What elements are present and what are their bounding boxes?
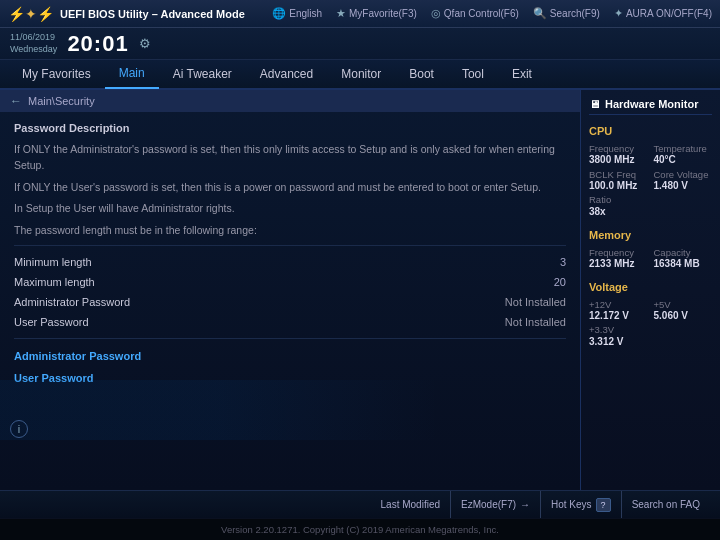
v12-cell: +12V 12.172 V: [589, 299, 648, 321]
search-btn[interactable]: 🔍 Search(F9): [533, 7, 600, 20]
cpu-grid: Frequency 3800 MHz Temperature 40°C BCLK…: [589, 143, 712, 191]
copyright-text: Version 2.20.1271. Copyright (C) 2019 Am…: [221, 524, 499, 535]
info-icon[interactable]: i: [10, 420, 28, 438]
settings-gear-icon[interactable]: ⚙: [139, 36, 151, 51]
v5-value: 5.060 V: [654, 310, 713, 321]
language-selector[interactable]: 🌐 English: [272, 7, 322, 20]
cpu-bclk-value: 100.0 MHz: [589, 180, 648, 191]
description-1: If ONLY the Administrator's password is …: [14, 142, 566, 174]
clock-display: 20:01: [67, 31, 128, 57]
language-label: English: [289, 8, 322, 19]
cpu-ratio-value: 38x: [589, 206, 712, 217]
back-arrow-icon[interactable]: ←: [10, 94, 22, 108]
nav-my-favorites[interactable]: My Favorites: [8, 59, 105, 89]
nav-tool[interactable]: Tool: [448, 59, 498, 89]
cpu-freq-label: Frequency: [589, 143, 648, 154]
aura-btn[interactable]: ✦ AURA ON/OFF(F4): [614, 7, 712, 20]
nav-monitor[interactable]: Monitor: [327, 59, 395, 89]
setting-min-length: Minimum length 3: [14, 252, 566, 272]
date-line2: Wednesday: [10, 44, 57, 56]
top-bar: ⚡✦⚡ UEFI BIOS Utility – Advanced Mode 🌐 …: [0, 0, 720, 28]
cpu-ratio-cell: Ratio 38x: [589, 194, 712, 217]
admin-password-label: Administrator Password: [14, 296, 130, 308]
admin-password-value: Not Installed: [505, 296, 566, 308]
nav-main[interactable]: Main: [105, 59, 159, 89]
language-icon: 🌐: [272, 7, 286, 20]
breadcrumb: Main\Security: [28, 95, 95, 107]
top-bar-icons: 🌐 English ★ MyFavorite(F3) ◎ Qfan Contro…: [272, 7, 712, 20]
breadcrumb-bar: ← Main\Security: [0, 90, 580, 112]
mem-freq-label: Frequency: [589, 247, 648, 258]
min-length-value: 3: [560, 256, 566, 268]
mem-cap-cell: Capacity 16384 MB: [654, 247, 713, 269]
last-modified-label: Last Modified: [381, 499, 440, 510]
qfan-control-btn[interactable]: ◎ Qfan Control(F6): [431, 7, 519, 20]
logo-icon: ⚡✦⚡: [8, 6, 54, 22]
description-4: The password length must be in the follo…: [14, 223, 566, 239]
cpu-ratio-label: Ratio: [589, 194, 712, 205]
divider-1: [14, 245, 566, 246]
setting-admin-password: Administrator Password Not Installed: [14, 292, 566, 312]
nav-ai-tweaker[interactable]: Ai Tweaker: [159, 59, 246, 89]
hotkeys-key-badge: ?: [596, 498, 611, 512]
bottom-bar: Last Modified EzMode(F7) → Hot Keys ? Se…: [0, 490, 720, 518]
cpu-bclk-label-cell: BCLK Freq 100.0 MHz: [589, 169, 648, 191]
nav-advanced[interactable]: Advanced: [246, 59, 327, 89]
cpu-voltage-value: 1.480 V: [654, 180, 713, 191]
divider-2: [14, 338, 566, 339]
hw-monitor-label: Hardware Monitor: [605, 98, 699, 110]
ezmode-label: EzMode(F7): [461, 499, 516, 510]
set-user-password-btn[interactable]: User Password: [14, 367, 566, 389]
mem-cap-value: 16384 MB: [654, 258, 713, 269]
v12-value: 12.172 V: [589, 310, 648, 321]
hotkeys-btn[interactable]: Hot Keys ?: [541, 491, 622, 518]
bios-title: UEFI BIOS Utility – Advanced Mode: [60, 8, 245, 20]
content-area: Password Description If ONLY the Adminis…: [0, 112, 580, 399]
main-content-area: ← Main\Security Password Description If …: [0, 90, 720, 490]
user-password-label: User Password: [14, 316, 89, 328]
cpu-temp-value: 40°C: [654, 154, 713, 165]
nav-boot[interactable]: Boot: [395, 59, 448, 89]
cpu-bclk-label: BCLK Freq: [589, 169, 648, 180]
hw-monitor-title: 🖥 Hardware Monitor: [589, 98, 712, 115]
favorites-icon: ★: [336, 7, 346, 20]
monitor-icon: 🖥: [589, 98, 600, 110]
footer-bar: Version 2.20.1271. Copyright (C) 2019 Am…: [0, 518, 720, 540]
mem-cap-label: Capacity: [654, 247, 713, 258]
search-icon: 🔍: [533, 7, 547, 20]
search-label: Search(F9): [550, 8, 600, 19]
left-panel: ← Main\Security Password Description If …: [0, 90, 580, 490]
v33-cell: +3.3V 3.312 V: [589, 324, 712, 347]
mem-freq-value: 2133 MHz: [589, 258, 648, 269]
description-2: If ONLY the User's password is set, then…: [14, 180, 566, 196]
cpu-voltage-label-cell: Core Voltage 1.480 V: [654, 169, 713, 191]
qfan-label: Qfan Control(F6): [444, 8, 519, 19]
aura-icon: ✦: [614, 7, 623, 20]
max-length-value: 20: [554, 276, 566, 288]
ezmode-arrow-icon: →: [520, 499, 530, 510]
nav-bar: My Favorites Main Ai Tweaker Advanced Mo…: [0, 60, 720, 90]
memory-grid: Frequency 2133 MHz Capacity 16384 MB: [589, 247, 712, 269]
memory-section: Memory Frequency 2133 MHz Capacity 16384…: [589, 229, 712, 269]
hardware-monitor-panel: 🖥 Hardware Monitor CPU Frequency 3800 MH…: [580, 90, 720, 490]
date-line1: 11/06/2019: [10, 32, 57, 44]
datetime-bar: 11/06/2019 Wednesday 20:01 ⚙: [0, 28, 720, 60]
search-faq-label: Search on FAQ: [632, 499, 700, 510]
my-favorites-btn[interactable]: ★ MyFavorite(F3): [336, 7, 417, 20]
nav-exit[interactable]: Exit: [498, 59, 546, 89]
date-display: 11/06/2019 Wednesday: [10, 32, 57, 55]
setting-user-password: User Password Not Installed: [14, 312, 566, 332]
mem-freq-cell: Frequency 2133 MHz: [589, 247, 648, 269]
setting-max-length: Maximum length 20: [14, 272, 566, 292]
memory-section-title: Memory: [589, 229, 712, 241]
cpu-voltage-label: Core Voltage: [654, 169, 713, 180]
last-modified-btn[interactable]: Last Modified: [371, 491, 451, 518]
aura-label: AURA ON/OFF(F4): [626, 8, 712, 19]
section-title: Password Description: [14, 122, 566, 134]
search-faq-btn[interactable]: Search on FAQ: [622, 491, 710, 518]
set-admin-password-btn[interactable]: Administrator Password: [14, 345, 566, 367]
ezmode-btn[interactable]: EzMode(F7) →: [451, 491, 541, 518]
voltage-section: Voltage +12V 12.172 V +5V 5.060 V +3.3V …: [589, 281, 712, 347]
cpu-temp-label-cell: Temperature 40°C: [654, 143, 713, 165]
cpu-freq-label-cell: Frequency 3800 MHz: [589, 143, 648, 165]
